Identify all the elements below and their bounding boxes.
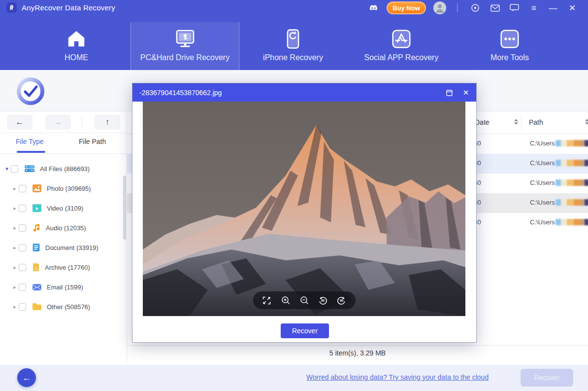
expand-caret-icon[interactable]: ▸	[11, 304, 19, 310]
video-checkbox[interactable]	[19, 205, 26, 212]
other-checkbox[interactable]	[19, 303, 26, 311]
tab-label: PC&Hard Drive Recovery	[140, 53, 229, 62]
support-icon[interactable]	[470, 3, 480, 13]
mail-icon[interactable]	[490, 3, 500, 13]
forward-nav-button[interactable]: →	[45, 115, 71, 130]
mountain-photo	[143, 102, 465, 316]
tab-more-tools[interactable]: More Tools	[475, 22, 544, 70]
tree-item-photo[interactable]: ▸ Photo (309695)	[0, 178, 123, 198]
top-header: AnyRecover Data Recovery Buy Now ≡ — ✕	[0, 0, 588, 70]
tree-label: Video	[47, 205, 63, 212]
tab-file-path[interactable]: File Path	[79, 138, 106, 145]
expand-caret-icon[interactable]: ▸	[11, 225, 19, 231]
table-footer-divider	[127, 345, 588, 346]
buy-now-button[interactable]: Buy Now	[387, 1, 426, 14]
tab-label: iPhone Recovery	[263, 53, 323, 62]
zoom-out-icon[interactable]	[298, 294, 310, 306]
sort-icon[interactable]	[585, 119, 588, 125]
preview-dialog: -283679041453870662.jpg ✕	[132, 83, 477, 343]
document-checkbox[interactable]	[19, 244, 26, 251]
discord-icon[interactable]	[368, 3, 378, 13]
tree-count: (309695)	[65, 185, 91, 192]
rotate-right-label: 90	[340, 299, 344, 302]
app-logo-icon	[6, 2, 17, 13]
document-icon	[32, 243, 40, 252]
tree-item-other[interactable]: ▸ Other (508576)	[0, 297, 123, 317]
sidebar-nav-bar: ← → ↑	[0, 111, 127, 133]
archive-checkbox[interactable]	[19, 264, 26, 271]
tab-file-type[interactable]: File Type	[16, 138, 44, 145]
rotate-right-icon[interactable]: 90	[336, 294, 348, 306]
scan-complete-icon	[16, 77, 45, 106]
tree-item-audio[interactable]: ▸ Audio (12035)	[0, 218, 123, 238]
tree-label: Other	[47, 303, 63, 311]
sidebar-scrollbar[interactable]	[123, 176, 126, 240]
tree-count: (33919)	[76, 244, 98, 251]
tab-social-app-recovery[interactable]: Social APP Recovery	[357, 22, 446, 70]
collapse-caret-icon[interactable]: ▾	[3, 166, 11, 172]
close-preview-icon[interactable]: ✕	[460, 87, 471, 98]
cloud-backup-link[interactable]: Worred about losing data? Try saving you…	[306, 373, 489, 381]
row-path: C:\Users...	[530, 159, 588, 167]
fullscreen-icon[interactable]	[261, 294, 273, 306]
nav-divider	[82, 116, 82, 128]
tab-pc-hard-drive-recovery[interactable]: PC&Hard Drive Recovery	[131, 22, 239, 70]
expand-caret-icon[interactable]: ▸	[11, 185, 19, 192]
tree-item-email[interactable]: ▸ Email (1599)	[0, 277, 123, 297]
all-files-checkbox[interactable]	[11, 165, 18, 173]
expand-caret-icon[interactable]: ▸	[11, 205, 19, 212]
sidebar-tabs: File Type File Path	[0, 133, 127, 154]
selection-summary: 5 item(s), 3.29 MB	[127, 349, 588, 357]
feedback-icon[interactable]	[509, 3, 519, 13]
maximize-icon[interactable]	[444, 87, 455, 98]
expand-caret-icon[interactable]: ▸	[11, 245, 19, 251]
tree-count: (12035)	[64, 224, 86, 232]
tree-count: (3109)	[65, 205, 84, 212]
email-checkbox[interactable]	[19, 284, 26, 291]
photo-checkbox[interactable]	[19, 185, 26, 192]
active-tab-underline	[17, 151, 45, 153]
up-nav-button[interactable]: ↑	[95, 115, 120, 130]
sort-icon[interactable]	[514, 119, 518, 125]
other-icon	[32, 303, 42, 311]
recover-button-disabled[interactable]: Recover	[521, 369, 573, 387]
modal-recover-button[interactable]: Recover	[281, 323, 329, 338]
tree-item-document[interactable]: ▸ Document (33919)	[0, 238, 123, 257]
redacted-path-blur	[555, 179, 588, 186]
redacted-path-blur	[555, 140, 588, 146]
tree-label: Audio	[46, 224, 62, 232]
rotate-left-icon[interactable]: 90	[317, 294, 329, 306]
account-avatar[interactable]	[433, 1, 446, 14]
rotate-left-label: 90	[321, 299, 325, 302]
email-icon	[32, 284, 42, 291]
expand-caret-icon[interactable]: ▸	[11, 264, 19, 271]
close-button[interactable]: ✕	[567, 3, 577, 13]
column-header-date[interactable]: Date	[475, 118, 490, 126]
tree-item-all-files[interactable]: ▾ All Files (886693)	[0, 159, 123, 178]
image-preview: 90 90	[143, 102, 465, 316]
row-path: C:\Users...	[530, 199, 588, 206]
photo-icon	[32, 184, 42, 193]
menu-icon[interactable]: ≡	[529, 3, 539, 13]
tree-item-video[interactable]: ▸ Video (3109)	[0, 198, 123, 218]
zoom-in-icon[interactable]	[280, 294, 292, 306]
pc-recovery-icon	[174, 29, 196, 50]
audio-checkbox[interactable]	[19, 224, 26, 232]
tree-label: Document	[45, 244, 74, 251]
back-nav-button[interactable]: ←	[7, 115, 33, 130]
column-header-path[interactable]: Path	[529, 118, 543, 126]
tab-home[interactable]: HOME	[47, 22, 106, 70]
preview-filename: -283679041453870662.jpg	[139, 89, 222, 97]
titlebar-separator	[457, 3, 457, 12]
back-button[interactable]: ←	[17, 368, 36, 387]
row-path: C:\Users...	[530, 179, 588, 186]
tab-iphone-recovery[interactable]: iPhone Recovery	[249, 22, 337, 70]
minimize-button[interactable]: —	[548, 3, 558, 13]
tree-item-archive[interactable]: ▸ Archive (17760)	[0, 257, 123, 277]
bottom-bar: ← Worred about losing data? Try saving y…	[0, 365, 588, 391]
redacted-path-blur	[555, 199, 588, 206]
home-icon	[66, 29, 86, 50]
tree-label: Archive	[45, 264, 66, 271]
archive-icon	[32, 263, 40, 272]
expand-caret-icon[interactable]: ▸	[11, 284, 19, 290]
